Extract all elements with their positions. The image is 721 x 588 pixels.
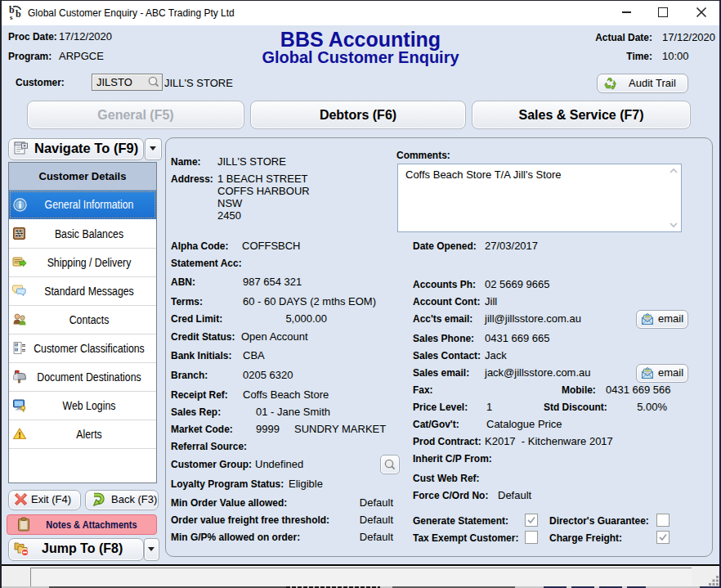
svg-text:s: s — [10, 13, 13, 21]
